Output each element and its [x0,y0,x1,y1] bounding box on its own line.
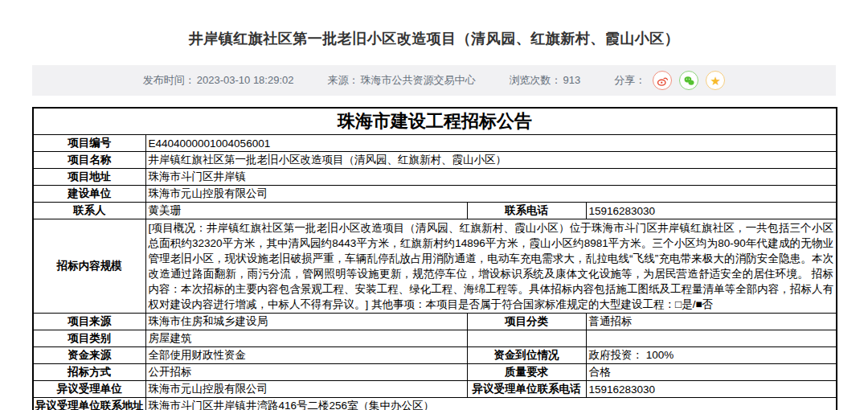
project-type-label: 项目类别 [33,330,145,347]
objection-address-label: 异议受理单位联系地址 [33,398,145,410]
table-row: 项目来源 珠海市住房和城乡建设局 项目分类 普通招标 [33,314,837,330]
wechat-glyph [683,75,695,87]
project-category-value: 普通招标 [586,314,837,330]
table-row: 资金来源 全部使用财政性资金 资金到位情况 政府投资： 100% [33,347,837,364]
fund-source-value: 全部使用财政性资金 [145,347,467,364]
table-row: 建设单位 珠海市元山控股有限公司 [33,186,837,203]
objection-unit-value: 珠海市元山控股有限公司 [145,381,467,398]
project-name-label: 项目名称 [33,152,145,169]
weibo-share-icon[interactable] [653,71,672,90]
star-glyph: ★ [710,75,720,87]
view-count-value: 913 [563,74,581,86]
source: 来源：珠海市公共资源交易中心 [328,73,476,88]
table-row: 异议受理单位 珠海市元山控股有限公司 异议受理单位联系电话 1591628303… [33,381,837,398]
contact-value: 黄美珊 [145,203,467,219]
objection-address-value: 珠海市斗门区井岸镇井湾路416号二楼256室（集中办公区） [145,398,837,410]
contact-phone-label: 联系电话 [467,203,586,219]
bid-method-label: 招标方式 [33,364,145,381]
scope-label: 招标内容规模 [33,219,145,314]
scope-text: [项目概况：井岸镇红旗社区第一批老旧小区改造项目（清风园、红旗新村、霞山小区）位… [149,220,834,312]
announcement-page: 井岸镇红旗社区第一批老旧小区改造项目（清风园、红旗新村、霞山小区） 发布时间：2… [0,0,868,410]
meta-bar: 发布时间：2023-03-10 18:29:02 来源：珠海市公共资源交易中心 … [32,65,836,96]
construction-unit-label: 建设单位 [33,186,145,203]
objection-unit-label: 异议受理单位 [33,381,145,398]
table-row: 项目编号 E4404000001004056001 [33,135,837,152]
objection-phone-label: 异议受理单位联系电话 [467,381,586,398]
scope-value: [项目概况：井岸镇红旗社区第一批老旧小区改造项目（清风园、红旗新村、霞山小区）位… [145,219,837,314]
weibo-glyph [657,75,669,87]
source-value: 珠海市公共资源交易中心 [361,74,476,86]
publish-time-value: 2023-03-10 18:29:02 [197,74,294,86]
project-address-label: 项目地址 [33,169,145,186]
favorite-share-icon[interactable]: ★ [706,71,725,90]
table-row: 项目地址 珠海市斗门区井岸镇 [33,169,837,186]
construction-unit-value: 珠海市元山控股有限公司 [145,186,837,203]
quality-value: 合格 [586,364,837,381]
fund-status-value: 政府投资： 100% [586,347,837,364]
publish-time: 发布时间：2023-03-10 18:29:02 [143,73,294,88]
project-no-label: 项目编号 [33,135,145,152]
page-title: 井岸镇红旗社区第一批老旧小区改造项目（清风园、红旗新村、霞山小区） [32,0,836,48]
table-row: 招标方式 公开招标 质量要求 合格 [33,364,837,381]
source-label: 来源： [328,74,359,86]
table-row: 珠海市建设工程招标公告 [33,108,837,135]
project-name-value: 井岸镇红旗社区第一批老旧小区改造项目（清风园、红旗新村、霞山小区） [145,152,837,169]
share-group: 分享： ★ [614,71,725,90]
project-type-value: 房屋建筑 [145,330,467,347]
project-address-value: 珠海市斗门区井岸镇 [145,169,837,186]
bid-method-value: 公开招标 [145,364,467,381]
tender-notice-table: 珠海市建设工程招标公告 项目编号 E4404000001004056001 项目… [32,107,837,410]
share-label: 分享： [614,73,645,88]
table-row: 项目名称 井岸镇红旗社区第一批老旧小区改造项目（清风园、红旗新村、霞山小区） [33,152,837,169]
project-source-value: 珠海市住房和城乡建设局 [145,314,467,330]
objection-phone-value: 15916283030 [586,381,837,398]
notice-title: 珠海市建设工程招标公告 [33,108,837,135]
project-source-label: 项目来源 [33,314,145,330]
contact-label: 联系人 [33,203,145,219]
view-count-label: 浏览次数： [510,74,562,86]
table-row: 招标内容规模 [项目概况：井岸镇红旗社区第一批老旧小区改造项目（清风园、红旗新村… [33,219,837,314]
view-count: 浏览次数：913 [510,73,581,88]
fund-status-label: 资金到位情况 [467,347,586,364]
table-row: 项目类别 房屋建筑 [33,330,837,347]
project-no-value: E4404000001004056001 [145,135,837,152]
empty-value-cell [586,330,837,347]
table-row: 联系人 黄美珊 联系电话 15916283030 [33,203,837,219]
quality-label: 质量要求 [467,364,586,381]
contact-phone-value: 15916283030 [586,203,837,219]
fund-source-label: 资金来源 [33,347,145,364]
table-row: 异议受理单位联系地址 珠海市斗门区井岸镇井湾路416号二楼256室（集中办公区） [33,398,837,410]
project-category-label: 项目分类 [467,314,586,330]
publish-time-label: 发布时间： [143,74,195,86]
empty-label-cell [467,330,586,347]
wechat-share-icon[interactable] [679,71,698,90]
